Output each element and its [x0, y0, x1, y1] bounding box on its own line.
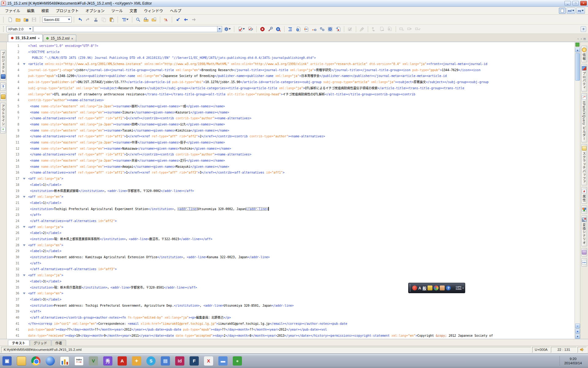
editor-row[interactable]: 31 </aff>	[7, 260, 493, 266]
tab-list-icon[interactable]: ▤	[583, 37, 586, 41]
menu-検索[interactable]: 検索	[38, 7, 52, 14]
menu-オプション[interactable]: オプション	[82, 7, 108, 14]
panel-tab-properties[interactable]: プロパティ	[581, 64, 587, 91]
menu-ツール[interactable]: ツール	[108, 7, 126, 14]
editor-row[interactable]: 41</fn><corresp id="cor1" xml:lang="en">…	[7, 321, 493, 327]
ime-pad-icon[interactable]	[428, 286, 432, 290]
editor-row[interactable]: 13 </name-alternatives><xref ref-type="a…	[7, 151, 493, 158]
panel-tab-dita[interactable]: D	[0, 82, 6, 91]
toolbar-overflow-button[interactable]: ≡	[581, 26, 586, 32]
find-resource-button[interactable]	[150, 16, 158, 23]
clear-markers-button[interactable]: ✕	[575, 324, 580, 328]
paste-button[interactable]	[108, 16, 115, 23]
taskbar-item-acrobat[interactable]: A	[118, 356, 127, 366]
last-edit-location-button[interactable]	[174, 16, 182, 23]
taskbar-item-app-window[interactable]: ▣	[2, 356, 12, 366]
redo-button[interactable]	[84, 16, 92, 23]
mode-tab-text[interactable]: テキスト	[8, 340, 29, 346]
editor-row[interactable]: 37 <label>3)</label>	[7, 297, 493, 303]
marker-navigation-button[interactable]: ◆	[575, 329, 580, 334]
debug-scenario-button[interactable]	[275, 25, 282, 33]
editor-row[interactable]: 12 <name name-style="western" xml:lang="…	[7, 146, 493, 152]
panel-tab-transform-scenarios[interactable]: 変換シナリオ	[581, 216, 587, 246]
show-tab-marks-button[interactable]	[406, 25, 413, 33]
taskbar-item-chrome[interactable]	[31, 356, 40, 366]
editor-row[interactable]: 4pub-id-type="publisher-id">DN/JST.JSTAG…	[7, 79, 493, 85]
vertical-scrollbar[interactable]: ▲ ✕ ◆ ▼	[575, 42, 580, 339]
ime-minimize-icon[interactable]: ▾	[462, 287, 464, 289]
xquery-debugger-button[interactable]: xq	[576, 8, 585, 14]
format-indent-button[interactable]	[287, 25, 294, 33]
editor-row[interactable]: 6 <name name-style="western" xml:lang="e…	[7, 109, 493, 116]
xpath-history-button[interactable]	[217, 26, 222, 32]
toolbar-grip[interactable]	[3, 26, 5, 32]
scroll-down-button[interactable]: ▼	[575, 334, 580, 339]
editor-row[interactable]: 7 </name-alternatives><xref ref-type="af…	[7, 115, 493, 121]
editor-row[interactable]: 17<aff xml:lang="ja">	[7, 176, 493, 182]
editor-row[interactable]: 22 <institution>Tochigi Prefectural Agri…	[7, 206, 493, 212]
taskbar-item-explorer-folder[interactable]	[17, 356, 26, 366]
panel-tab-search-folder[interactable]	[0, 93, 6, 101]
tab-scroll-right-icon[interactable]: ›	[580, 37, 582, 41]
ime-input-mode-button[interactable]: A	[418, 286, 421, 290]
editor-row[interactable]: 15 <name name-style="western" xml:lang="…	[7, 164, 493, 170]
menu-ウィンドウ[interactable]: ウィンドウ	[141, 7, 166, 14]
panel-tab-entities[interactable]	[581, 248, 587, 256]
fold-toggle-icon[interactable]	[20, 176, 28, 182]
external-link-button[interactable]	[318, 25, 326, 33]
editor-row[interactable]: 20<aff xml:lang="en">	[7, 194, 493, 200]
close-button[interactable]: ✕	[580, 1, 587, 6]
editor-row[interactable]: 4<article xmlns:xsi="http://www.w3.org/2…	[7, 61, 493, 67]
editor-row[interactable]: 41pub-type="ppub"><day>??</day><month>??…	[7, 327, 493, 333]
editor-row[interactable]: 27 <institution>現：栃木県上都賀農業振興事務所</institu…	[7, 236, 493, 242]
taskbar-item-app-mail[interactable]: ▬	[218, 356, 228, 366]
taskbar-item-indesign[interactable]: Id	[175, 356, 184, 366]
editor-row[interactable]: 40 </aff-alternatives></contrib-group><a…	[7, 315, 493, 321]
show-linebreak-button[interactable]: ↵	[398, 25, 405, 33]
editor-row[interactable]: 39 </aff>	[7, 309, 493, 315]
editor-row[interactable]: 9 <name name-style="western" xml:lang="e…	[7, 128, 493, 134]
menu-ヘルプ[interactable]: ヘルプ	[167, 7, 185, 14]
panel-tab-model[interactable]	[581, 205, 587, 214]
ime-hand-icon[interactable]	[440, 286, 445, 290]
editor-row[interactable]: 19 <institution>栃木県農業試験場</institution>，<…	[7, 188, 493, 194]
forward-button[interactable]	[190, 16, 198, 23]
panel-tab-xpath-builder[interactable]: /*XPath/XQuery ビルダー	[581, 93, 587, 142]
toolbar-grip[interactable]	[3, 17, 5, 22]
fold-toggle-icon[interactable]	[20, 242, 28, 248]
editor-row[interactable]: 4subj-group-type="article" xml:lang="en"…	[7, 85, 493, 91]
ime-palette-icon[interactable]	[434, 286, 439, 290]
panel-tab-project[interactable]: プロジェクト	[0, 50, 6, 81]
find-in-files-button[interactable]	[142, 16, 150, 23]
open-in-browser-button[interactable]	[295, 25, 302, 33]
undo-button[interactable]	[76, 16, 84, 23]
editor-row[interactable]: 3 PUBLIC "-//NLM//DTD JATS (Z39.96) Jour…	[7, 55, 493, 61]
editor-row[interactable]: 4pub-type="epub">1348-1290</issn><publis…	[7, 73, 493, 79]
editor-row[interactable]: 29 <label>2)</label>	[7, 248, 493, 254]
open-button[interactable]	[14, 16, 22, 23]
panel-tab-outline[interactable]: アウトライン≡	[0, 103, 6, 133]
editor-row[interactable]: 24 </aff-alternatives><aff-alternatives …	[7, 218, 493, 224]
mode-tab-author[interactable]: 作者	[51, 340, 66, 346]
fold-toggle-icon[interactable]	[20, 290, 28, 297]
taskbar-item-app-x[interactable]: X	[204, 356, 213, 366]
xinclude-link-button[interactable]	[311, 25, 318, 33]
fold-toggle-icon[interactable]	[20, 224, 28, 230]
show-whitespace-button[interactable]: →N	[414, 25, 421, 33]
editor-row[interactable]: 21 <label>1)</label>	[7, 200, 493, 206]
validate-button[interactable]	[236, 25, 246, 33]
maximize-button[interactable]: ❐	[572, 1, 579, 6]
editor-row[interactable]: 5 <name name-style="eastern" xml:lang="j…	[7, 103, 493, 109]
editor-row[interactable]: 38 <institution>Present address: Tochigi…	[7, 303, 493, 309]
spell-check-button[interactable]: A	[162, 16, 170, 23]
cut-button[interactable]	[92, 16, 100, 23]
taskbar-item-app-monitor[interactable]: ▤	[161, 356, 170, 366]
import-document-button[interactable]	[334, 25, 342, 33]
panel-tab-info[interactable]: 情報	[581, 46, 587, 62]
save-as-button[interactable]	[386, 25, 394, 33]
tab-scroll-left-icon[interactable]: ‹	[577, 37, 579, 41]
editor-row[interactable]: 28<aff xml:lang="en">	[7, 242, 493, 248]
open-url-button[interactable]	[22, 16, 30, 23]
taskbar-item-app-yellow[interactable]: ✦	[132, 356, 141, 366]
indent-options-button[interactable]	[120, 16, 130, 23]
